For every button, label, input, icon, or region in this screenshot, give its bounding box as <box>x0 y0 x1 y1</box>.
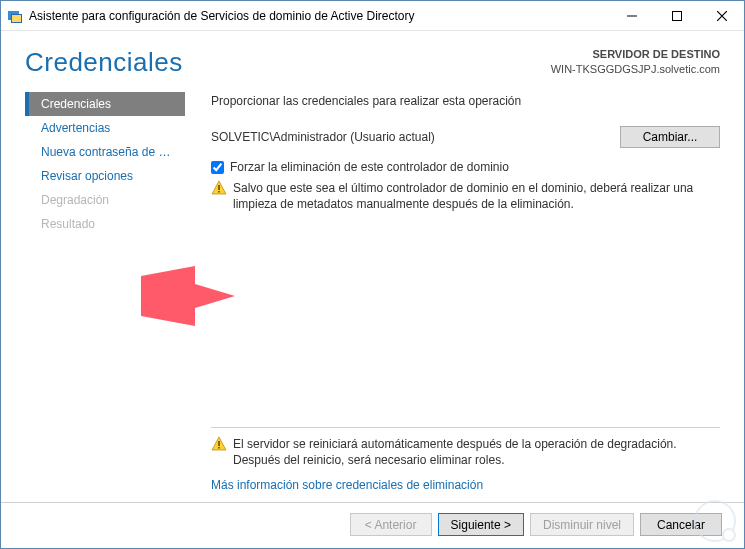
target-server-label: SERVIDOR DE DESTINO <box>551 47 720 62</box>
restart-note: El servidor se reiniciará automáticament… <box>211 436 720 478</box>
next-button[interactable]: Siguiente > <box>438 513 524 536</box>
wizard-body: Credenciales Advertencias Nueva contrase… <box>1 88 744 502</box>
svg-rect-7 <box>218 441 220 446</box>
current-user: SOLVETIC\Administrador (Usuario actual) <box>211 130 435 144</box>
force-removal-label: Forzar la eliminación de este controlado… <box>230 160 509 174</box>
cancel-button[interactable]: Cancelar <box>640 513 722 536</box>
force-removal-warning-text: Salvo que este sea el último controlador… <box>233 180 720 212</box>
app-icon <box>7 8 23 24</box>
page-title: Credenciales <box>25 47 183 78</box>
wizard-window: Asistente para configuración de Servicio… <box>0 0 745 549</box>
close-button[interactable] <box>699 1 744 30</box>
force-removal-warning: Salvo que este sea el último controlador… <box>211 180 720 212</box>
titlebar: Asistente para configuración de Servicio… <box>1 1 744 31</box>
target-server-value: WIN-TKSGGDGSJPJ.solvetic.com <box>551 62 720 77</box>
more-info-link[interactable]: Más información sobre credenciales de el… <box>211 478 720 492</box>
wizard-header: Credenciales SERVIDOR DE DESTINO WIN-TKS… <box>1 31 744 88</box>
svg-rect-8 <box>218 447 220 449</box>
svg-rect-5 <box>218 185 220 190</box>
sidebar-item-credenciales[interactable]: Credenciales <box>25 92 185 116</box>
instruction-text: Proporcionar las credenciales para reali… <box>211 94 720 108</box>
sidebar-item-nueva-contrasena[interactable]: Nueva contraseña de ad... <box>25 140 185 164</box>
window-title: Asistente para configuración de Servicio… <box>29 9 415 23</box>
sidebar-item-degradacion: Degradación <box>25 188 185 212</box>
svg-rect-4 <box>672 11 681 20</box>
change-user-button[interactable]: Cambiar... <box>620 126 720 148</box>
force-removal-row[interactable]: Forzar la eliminación de este controlado… <box>211 160 720 174</box>
minimize-button[interactable] <box>609 1 654 30</box>
sidebar-item-resultado: Resultado <box>25 212 185 236</box>
window-controls <box>609 1 744 30</box>
sidebar-item-advertencias[interactable]: Advertencias <box>25 116 185 140</box>
wizard-footer: < Anterior Siguiente > Disminuir nivel C… <box>1 502 744 548</box>
maximize-button[interactable] <box>654 1 699 30</box>
svg-rect-6 <box>218 191 220 193</box>
sidebar: Credenciales Advertencias Nueva contrase… <box>25 88 185 502</box>
current-user-row: SOLVETIC\Administrador (Usuario actual) … <box>211 126 720 148</box>
previous-button: < Anterior <box>350 513 432 536</box>
main-content: Proporcionar las credenciales para reali… <box>185 88 720 502</box>
warning-icon <box>211 436 227 452</box>
force-removal-checkbox[interactable] <box>211 161 224 174</box>
svg-rect-3 <box>627 15 637 16</box>
separator <box>211 427 720 428</box>
restart-warning-text: El servidor se reiniciará automáticament… <box>233 436 720 468</box>
svg-rect-2 <box>12 15 21 22</box>
demote-button: Disminuir nivel <box>530 513 634 536</box>
target-server: SERVIDOR DE DESTINO WIN-TKSGGDGSJPJ.solv… <box>551 47 720 77</box>
warning-icon <box>211 180 227 196</box>
sidebar-item-revisar-opciones[interactable]: Revisar opciones <box>25 164 185 188</box>
